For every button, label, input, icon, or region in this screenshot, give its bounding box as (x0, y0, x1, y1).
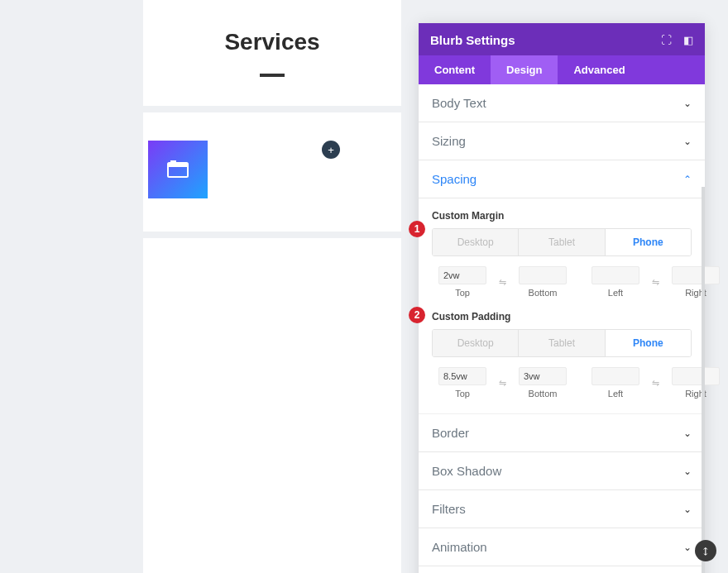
custom-padding-label: Custom Padding (432, 311, 692, 322)
padding-bottom-input[interactable] (519, 367, 567, 385)
section-spacing[interactable]: Spacing ⌃ (419, 160, 705, 198)
panel-title: Blurb Settings (430, 33, 515, 47)
link-icon[interactable]: ⇋ (499, 378, 506, 389)
section-gap (143, 232, 401, 238)
chevron-down-icon: ⌄ (683, 504, 692, 515)
side-label-bottom: Bottom (529, 389, 558, 399)
padding-right-input[interactable] (672, 367, 720, 385)
panel-body: Body Text ⌄ Sizing ⌄ Spacing ⌃ Custom Ma… (419, 84, 705, 573)
title-divider (260, 74, 285, 77)
help-link[interactable]: ?Help (419, 566, 705, 573)
resize-icon: ⤡ (698, 543, 713, 558)
margin-top-input[interactable] (438, 266, 486, 284)
callout-badge-1: 1 (409, 221, 425, 237)
dock-icon[interactable]: ◧ (683, 34, 693, 46)
side-label-left: Left (608, 389, 623, 399)
panel-tabs: Content Design Advanced (419, 55, 705, 84)
chevron-down-icon: ⌄ (683, 136, 692, 147)
padding-device-tabs: Desktop Tablet Phone (432, 329, 692, 357)
chevron-down-icon: ⌄ (683, 427, 692, 439)
preview-pane: Services + (143, 0, 401, 573)
link-icon[interactable]: ⇋ (652, 378, 659, 389)
callout-badge-2: 2 (409, 307, 425, 323)
margin-device-tabs: Desktop Tablet Phone (432, 228, 692, 256)
device-tab-phone[interactable]: Phone (606, 229, 691, 255)
padding-top-input[interactable] (438, 367, 486, 385)
custom-margin-label: Custom Margin (432, 210, 692, 222)
device-tab-tablet[interactable]: Tablet (519, 330, 605, 356)
margin-bottom-input[interactable] (519, 266, 567, 284)
section-sizing[interactable]: Sizing ⌄ (419, 122, 705, 160)
device-tab-desktop[interactable]: Desktop (433, 330, 519, 356)
page-title: Services (143, 29, 401, 55)
section-box-shadow[interactable]: Box Shadow ⌄ (419, 452, 705, 490)
chevron-up-icon: ⌃ (683, 174, 692, 185)
section-body-text[interactable]: Body Text ⌄ (419, 84, 705, 122)
chevron-down-icon: ⌄ (683, 98, 692, 109)
tab-advanced[interactable]: Advanced (558, 55, 640, 84)
link-icon[interactable]: ⇋ (652, 277, 659, 288)
expand-icon[interactable]: ⛶ (661, 34, 672, 46)
device-tab-desktop[interactable]: Desktop (433, 229, 519, 255)
scrollbar[interactable] (702, 187, 705, 573)
svg-rect-2 (170, 160, 176, 164)
margin-left-input[interactable] (592, 266, 639, 284)
blurb-card[interactable] (148, 141, 208, 198)
chevron-down-icon: ⌄ (683, 542, 692, 553)
device-tab-phone[interactable]: Phone (606, 330, 691, 356)
side-label-top: Top (455, 389, 470, 399)
side-label-left: Left (608, 288, 623, 298)
section-filters[interactable]: Filters ⌄ (419, 490, 705, 528)
padding-left-input[interactable] (592, 367, 639, 385)
tab-design[interactable]: Design (491, 55, 558, 84)
section-animation[interactable]: Animation ⌄ (419, 528, 705, 566)
tab-content[interactable]: Content (419, 55, 491, 84)
link-icon[interactable]: ⇋ (499, 277, 506, 288)
side-label-bottom: Bottom (529, 288, 558, 298)
window-icon (167, 160, 189, 180)
side-label-top: Top (455, 288, 470, 298)
settings-panel: Blurb Settings ⛶ ◧ Content Design Advanc… (419, 23, 705, 573)
plus-icon: + (328, 144, 334, 156)
device-tab-tablet[interactable]: Tablet (519, 229, 605, 255)
margin-inputs: Top ⇋ Bottom Left ⇋ Right (432, 266, 692, 298)
section-gap (143, 106, 401, 112)
padding-inputs: Top ⇋ Bottom Left ⇋ Right (432, 367, 692, 399)
margin-right-input[interactable] (672, 266, 720, 284)
add-module-button[interactable]: + (322, 141, 340, 159)
section-border[interactable]: Border ⌄ (419, 414, 705, 452)
panel-header: Blurb Settings ⛶ ◧ Content Design Advanc… (419, 23, 705, 84)
spacing-subsection: Custom Margin Desktop Tablet Phone Top ⇋… (419, 198, 705, 414)
preview-module[interactable]: + (143, 112, 401, 232)
chevron-down-icon: ⌄ (683, 466, 692, 477)
